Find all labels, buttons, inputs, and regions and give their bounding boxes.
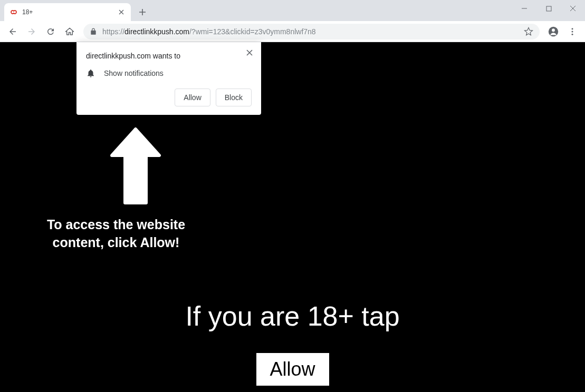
maximize-icon[interactable]: [536, 0, 561, 17]
permission-title: directlinkkpush.com wants to: [86, 52, 252, 60]
new-tab-button[interactable]: [135, 5, 150, 19]
bookmark-star-icon[interactable]: [524, 27, 533, 36]
reload-button[interactable]: [42, 23, 59, 40]
profile-button[interactable]: [545, 23, 562, 40]
allow-button[interactable]: Allow: [175, 89, 210, 106]
age-verification-text: If you are 18+ tap: [0, 300, 585, 332]
home-button[interactable]: [61, 23, 78, 40]
lock-icon: [90, 28, 97, 35]
tab-title: 18+: [22, 8, 113, 16]
address-bar[interactable]: https://directlinkkpush.com/?wmi=123&cli…: [83, 24, 540, 40]
minimize-icon[interactable]: [512, 0, 536, 17]
svg-rect-0: [546, 6, 551, 11]
back-button[interactable]: [4, 23, 21, 40]
url-path: /?wmi=123&clickid=z3v0ymm8nlwf7n8: [189, 27, 316, 36]
url-scheme: https://: [102, 27, 124, 36]
browser-toolbar: https://directlinkkpush.com/?wmi=123&cli…: [0, 21, 585, 42]
arrow-up-icon: [109, 126, 162, 208]
svg-point-2: [552, 28, 555, 32]
url-domain: directlinkkpush.com: [124, 27, 189, 36]
svg-point-4: [572, 31, 573, 32]
notification-permission-popup: directlinkkpush.com wants to Show notifi…: [76, 42, 261, 115]
permission-label: Show notifications: [104, 69, 164, 77]
close-window-icon[interactable]: [561, 0, 585, 17]
kebab-menu-icon[interactable]: [564, 23, 581, 40]
tab-strip: 18+: [0, 0, 585, 21]
page-allow-button[interactable]: Allow: [256, 353, 329, 386]
svg-point-3: [572, 28, 573, 30]
page-content: directlinkkpush.com wants to Show notifi…: [0, 42, 585, 392]
tab-close-icon[interactable]: [117, 8, 126, 16]
popup-close-icon[interactable]: [244, 47, 255, 58]
svg-point-5: [572, 33, 573, 35]
permission-item: Show notifications: [86, 68, 252, 78]
url-display: https://directlinkkpush.com/?wmi=123&cli…: [102, 27, 316, 36]
permission-actions: Allow Block: [86, 89, 252, 106]
forward-button[interactable]: [23, 23, 40, 40]
window-controls: [512, 0, 585, 17]
tab-favicon-icon: [9, 8, 18, 16]
instruction-text: To access the website content, click All…: [26, 216, 206, 252]
browser-tab[interactable]: 18+: [4, 3, 131, 21]
block-button[interactable]: Block: [216, 89, 252, 106]
bell-icon: [86, 68, 95, 78]
